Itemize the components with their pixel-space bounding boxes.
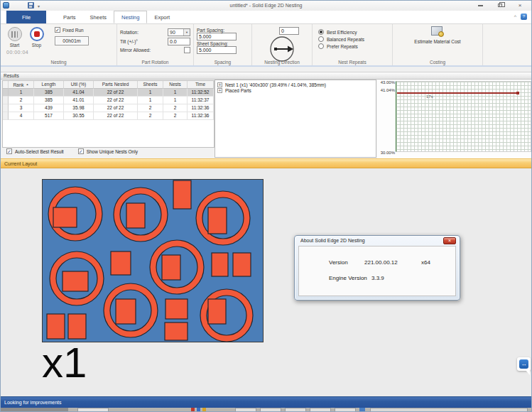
rotation-value: 90	[168, 29, 183, 36]
table-cell: 2	[163, 104, 188, 112]
fixed-run-checkbox[interactable]: ✓ Fixed Run	[55, 27, 89, 33]
table-cell: 3	[9, 104, 34, 112]
table-row[interactable]: 238541.0122 of 221111:32:37	[3, 97, 214, 104]
part-rect[interactable]	[126, 203, 145, 228]
sheet-multiplier-label: x1	[42, 342, 87, 384]
column-header[interactable]: Length	[34, 81, 64, 89]
column-header[interactable]: Rank▲	[9, 81, 34, 89]
table-cell: 385	[34, 89, 64, 97]
radio-option-best-efficiency[interactable]: Best Efficiency	[318, 29, 389, 35]
ribbon-group-nesting: Start Stop ✓ Fixed Run 00h01m 00:00:04 N…	[1, 24, 117, 65]
results-options: ✓Auto-Select Best Result✓Show Unique Nes…	[6, 148, 138, 154]
tab-file[interactable]: File	[6, 11, 46, 23]
layout-canvas[interactable]: x1 About Solid Edge 2D Nesting × Version…	[1, 168, 531, 396]
table-cell: 1	[138, 97, 163, 104]
results-header: Results	[1, 72, 531, 80]
row-selector-cell[interactable]	[3, 89, 9, 97]
mirror-allowed-checkbox[interactable]	[184, 47, 190, 53]
utilization-chart: 43.00% 41.04% 30.00% 17s	[377, 80, 532, 158]
row-selector-cell[interactable]	[3, 104, 9, 112]
radio-option-prefer-repeats[interactable]: Prefer Repeats	[318, 43, 389, 49]
part-rect[interactable]	[208, 207, 227, 234]
start-button[interactable]	[8, 27, 22, 41]
help-icon[interactable]: ?	[521, 13, 527, 20]
app-window: ▾ untitled* - Solid Edge 2D Nesting × Fi…	[0, 0, 532, 412]
part-rect[interactable]	[111, 251, 131, 275]
part-spacing-input[interactable]: 5.000	[197, 33, 237, 40]
row-selector-cell[interactable]	[3, 97, 9, 104]
table-cell: 1	[9, 89, 34, 97]
tree-item[interactable]: +Placed Parts	[217, 88, 376, 93]
table-row[interactable]: 138541.0422 of 221111:32:52	[3, 89, 214, 97]
row-selector-header	[3, 81, 9, 89]
tab-export[interactable]: Export	[147, 11, 177, 23]
restore-button[interactable]	[496, 1, 504, 9]
tab-nesting[interactable]: Nesting	[114, 11, 147, 23]
results-panel: Rank▲LengthUtil (%)Parts NestedSheetsNes…	[1, 80, 531, 158]
taskbar[interactable]	[1, 408, 531, 412]
sheet-spacing-input[interactable]: 5.000	[197, 46, 237, 54]
expand-icon[interactable]: +	[217, 82, 222, 87]
part-rect[interactable]	[212, 253, 228, 276]
minimize-button[interactable]	[476, 1, 484, 9]
tilt-input[interactable]: 0.0	[168, 38, 190, 45]
part-rect[interactable]	[116, 299, 136, 324]
table-cell: 2	[9, 97, 34, 104]
part-rect[interactable]	[53, 207, 77, 227]
tab-sheets[interactable]: Sheets	[83, 11, 114, 23]
close-button[interactable]: ×	[516, 1, 524, 9]
chevron-down-icon[interactable]: ▼	[183, 29, 190, 36]
group-label-costing: Costing	[393, 60, 482, 65]
group-label-part-rotation: Part Rotation	[117, 60, 193, 65]
column-header[interactable]: Sheets	[138, 81, 163, 89]
part-rect[interactable]	[173, 180, 191, 209]
checkbox-auto-select-best-result[interactable]: ✓Auto-Select Best Result	[6, 148, 64, 154]
ribbon-group-part-rotation: Rotation: 90 ▼ Tilt (+/-)° 0.0 Mirror Al…	[117, 24, 194, 65]
part-rect[interactable]	[165, 322, 188, 340]
nesting-direction-input[interactable]: 0	[279, 27, 299, 35]
sheet-spacing-label: Sheet Spacing:	[197, 41, 249, 46]
nesting-direction-icon[interactable]	[268, 36, 296, 63]
current-layout-header: Current Layout	[1, 158, 531, 168]
checkbox-show-unique-nests-only[interactable]: ✓Show Unique Nests Only	[78, 148, 138, 154]
fixed-run-duration-input[interactable]: 00h01m	[55, 36, 89, 45]
engine-version-value: 3.3.9	[371, 275, 384, 281]
stop-button[interactable]	[30, 27, 44, 41]
row-selector-cell[interactable]	[3, 112, 9, 120]
part-rect[interactable]	[47, 314, 65, 339]
table-cell: 1	[163, 89, 188, 97]
part-rect[interactable]	[162, 255, 180, 280]
table-cell: 1	[163, 97, 188, 104]
part-rect[interactable]	[68, 314, 86, 339]
ribbon-group-nesting-direction: 0 Nesting Direction	[252, 24, 313, 65]
about-dialog: About Solid Edge 2D Nesting × Version 22…	[294, 235, 460, 300]
collapse-ribbon-icon[interactable]: ^	[514, 14, 516, 19]
tree-item[interactable]: +Nest 1 (x1) '400x300' (39.49% / 41.04%,…	[217, 82, 376, 87]
estimate-material-cost-button[interactable]: Estimate Material Cost	[396, 26, 479, 44]
table-row[interactable]: 343935.9822 of 222211:32:36	[3, 104, 214, 112]
table-cell: 11:32:36	[188, 112, 214, 120]
tab-parts[interactable]: Parts	[56, 11, 83, 23]
radio-option-balanced-repeats[interactable]: Balanced Repeats	[318, 36, 389, 42]
about-dialog-close-button[interactable]: ×	[443, 237, 456, 244]
status-bar: Looking for improvements	[1, 396, 531, 408]
table-row[interactable]: 451730.5522 of 222211:32:36	[3, 112, 214, 120]
nest-sheet[interactable]	[42, 179, 264, 342]
part-rect[interactable]	[63, 271, 88, 291]
about-dialog-title: About Solid Edge 2D Nesting	[300, 238, 365, 243]
column-header[interactable]: Parts Nested	[94, 81, 138, 89]
part-rect[interactable]	[165, 299, 188, 319]
column-header[interactable]: Time	[188, 81, 214, 89]
column-header[interactable]: Util (%)	[64, 81, 94, 89]
chart-ytick-top: 43.00%	[377, 80, 395, 85]
table-cell: 517	[34, 112, 64, 120]
about-dialog-body: Version 221.00.00.12 x64 Engine Version …	[298, 246, 456, 296]
rotation-combo[interactable]: 90 ▼	[168, 28, 190, 36]
start-label: Start	[5, 43, 24, 48]
expand-icon[interactable]: +	[217, 88, 222, 93]
notification-bubble[interactable]: ↔	[517, 357, 531, 376]
remote-support-icon: ↔	[519, 359, 528, 369]
part-rect[interactable]	[208, 299, 226, 324]
part-rect[interactable]	[233, 253, 251, 276]
column-header[interactable]: Nests	[163, 81, 188, 89]
